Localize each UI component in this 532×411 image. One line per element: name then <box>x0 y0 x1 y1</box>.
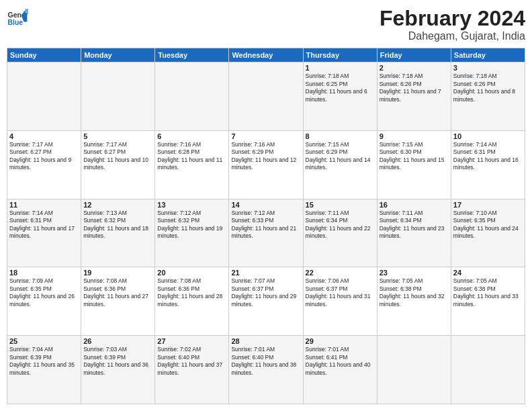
day-info: Sunrise: 7:14 AMSunset: 6:31 PMDaylight:… <box>9 210 79 240</box>
day-number: 8 <box>306 132 375 140</box>
table-row: 18Sunrise: 7:09 AMSunset: 6:35 PMDayligh… <box>7 267 81 336</box>
col-sunday: Sunday <box>7 48 81 62</box>
col-friday: Friday <box>377 48 451 62</box>
calendar-week-row: 11Sunrise: 7:14 AMSunset: 6:31 PMDayligh… <box>7 199 525 267</box>
day-info: Sunrise: 7:11 AMSunset: 6:34 PMDaylight:… <box>306 210 375 240</box>
table-row: 10Sunrise: 7:14 AMSunset: 6:31 PMDayligh… <box>451 130 525 199</box>
table-row: 16Sunrise: 7:11 AMSunset: 6:34 PMDayligh… <box>377 199 451 267</box>
day-info: Sunrise: 7:18 AMSunset: 6:26 PMDaylight:… <box>380 73 449 103</box>
day-number: 18 <box>9 269 79 277</box>
table-row <box>451 336 525 404</box>
day-info: Sunrise: 7:16 AMSunset: 6:29 PMDaylight:… <box>231 141 300 172</box>
day-number: 16 <box>380 201 449 209</box>
day-number: 7 <box>231 132 300 140</box>
day-info: Sunrise: 7:18 AMSunset: 6:25 PMDaylight:… <box>306 73 375 103</box>
day-number: 5 <box>83 132 152 140</box>
day-info: Sunrise: 7:08 AMSunset: 6:36 PMDaylight:… <box>83 277 152 308</box>
calendar-week-row: 1Sunrise: 7:18 AMSunset: 6:25 PMDaylight… <box>7 62 525 131</box>
day-info: Sunrise: 7:01 AMSunset: 6:40 PMDaylight:… <box>231 346 300 377</box>
day-number: 26 <box>83 337 152 345</box>
day-number: 14 <box>231 201 300 209</box>
table-row <box>229 62 303 131</box>
table-row: 29Sunrise: 7:01 AMSunset: 6:41 PMDayligh… <box>303 336 377 404</box>
day-number: 21 <box>231 269 300 277</box>
day-info: Sunrise: 7:07 AMSunset: 6:37 PMDaylight:… <box>231 277 300 308</box>
table-row: 19Sunrise: 7:08 AMSunset: 6:36 PMDayligh… <box>81 267 155 336</box>
day-number: 20 <box>157 269 226 277</box>
day-number: 25 <box>9 337 79 345</box>
day-info: Sunrise: 7:08 AMSunset: 6:36 PMDaylight:… <box>157 277 226 308</box>
table-row: 13Sunrise: 7:12 AMSunset: 6:32 PMDayligh… <box>155 199 229 267</box>
table-row: 22Sunrise: 7:06 AMSunset: 6:37 PMDayligh… <box>303 267 377 336</box>
day-info: Sunrise: 7:15 AMSunset: 6:29 PMDaylight:… <box>306 141 375 172</box>
table-row: 15Sunrise: 7:11 AMSunset: 6:34 PMDayligh… <box>303 199 377 267</box>
day-number: 17 <box>453 201 523 209</box>
table-row: 7Sunrise: 7:16 AMSunset: 6:29 PMDaylight… <box>229 130 303 199</box>
day-number: 28 <box>231 337 300 345</box>
table-row: 12Sunrise: 7:13 AMSunset: 6:32 PMDayligh… <box>81 199 155 267</box>
day-number: 9 <box>380 132 449 140</box>
table-row <box>377 336 451 404</box>
page-container: General Blue February 2024 Dahegam, Guja… <box>0 0 532 411</box>
col-wednesday: Wednesday <box>229 48 303 62</box>
svg-marker-3 <box>25 9 28 13</box>
day-info: Sunrise: 7:11 AMSunset: 6:34 PMDaylight:… <box>380 210 449 240</box>
day-info: Sunrise: 7:10 AMSunset: 6:35 PMDaylight:… <box>453 210 523 240</box>
day-info: Sunrise: 7:09 AMSunset: 6:35 PMDaylight:… <box>9 277 79 308</box>
col-saturday: Saturday <box>451 48 525 62</box>
table-row <box>7 62 81 131</box>
svg-text:Blue: Blue <box>8 19 24 26</box>
day-info: Sunrise: 7:13 AMSunset: 6:32 PMDaylight:… <box>83 210 152 240</box>
day-number: 22 <box>306 269 375 277</box>
calendar-table: Sunday Monday Tuesday Wednesday Thursday… <box>7 48 525 404</box>
day-info: Sunrise: 7:05 AMSunset: 6:38 PMDaylight:… <box>380 277 449 308</box>
day-info: Sunrise: 7:04 AMSunset: 6:39 PMDaylight:… <box>9 346 79 377</box>
day-info: Sunrise: 7:01 AMSunset: 6:41 PMDaylight:… <box>306 346 375 377</box>
day-number: 23 <box>380 269 449 277</box>
title-block: February 2024 Dahegam, Gujarat, India <box>380 7 525 42</box>
table-row <box>81 62 155 131</box>
day-number: 29 <box>306 337 375 345</box>
day-number: 11 <box>9 201 79 209</box>
day-info: Sunrise: 7:05 AMSunset: 6:38 PMDaylight:… <box>453 277 523 308</box>
logo: General Blue <box>7 7 28 28</box>
location-subtitle: Dahegam, Gujarat, India <box>380 30 525 42</box>
table-row: 26Sunrise: 7:03 AMSunset: 6:39 PMDayligh… <box>81 336 155 404</box>
table-row: 6Sunrise: 7:16 AMSunset: 6:28 PMDaylight… <box>155 130 229 199</box>
day-info: Sunrise: 7:02 AMSunset: 6:40 PMDaylight:… <box>157 346 226 377</box>
table-row: 14Sunrise: 7:12 AMSunset: 6:33 PMDayligh… <box>229 199 303 267</box>
day-info: Sunrise: 7:12 AMSunset: 6:33 PMDaylight:… <box>231 210 300 240</box>
day-info: Sunrise: 7:14 AMSunset: 6:31 PMDaylight:… <box>453 141 523 172</box>
day-info: Sunrise: 7:12 AMSunset: 6:32 PMDaylight:… <box>157 210 226 240</box>
table-row: 24Sunrise: 7:05 AMSunset: 6:38 PMDayligh… <box>451 267 525 336</box>
day-number: 6 <box>157 132 226 140</box>
day-info: Sunrise: 7:06 AMSunset: 6:37 PMDaylight:… <box>306 277 375 308</box>
table-row: 8Sunrise: 7:15 AMSunset: 6:29 PMDaylight… <box>303 130 377 199</box>
calendar-week-row: 18Sunrise: 7:09 AMSunset: 6:35 PMDayligh… <box>7 267 525 336</box>
table-row: 27Sunrise: 7:02 AMSunset: 6:40 PMDayligh… <box>155 336 229 404</box>
table-row: 2Sunrise: 7:18 AMSunset: 6:26 PMDaylight… <box>377 62 451 131</box>
day-number: 19 <box>83 269 152 277</box>
day-number: 1 <box>306 64 375 72</box>
day-number: 15 <box>306 201 375 209</box>
table-row: 9Sunrise: 7:15 AMSunset: 6:30 PMDaylight… <box>377 130 451 199</box>
day-number: 24 <box>453 269 523 277</box>
day-number: 4 <box>9 132 79 140</box>
table-row: 23Sunrise: 7:05 AMSunset: 6:38 PMDayligh… <box>377 267 451 336</box>
table-row: 11Sunrise: 7:14 AMSunset: 6:31 PMDayligh… <box>7 199 81 267</box>
header: General Blue February 2024 Dahegam, Guja… <box>7 7 525 42</box>
day-number: 3 <box>453 64 523 72</box>
month-title: February 2024 <box>380 7 525 30</box>
col-thursday: Thursday <box>303 48 377 62</box>
table-row: 5Sunrise: 7:17 AMSunset: 6:27 PMDaylight… <box>81 130 155 199</box>
table-row: 21Sunrise: 7:07 AMSunset: 6:37 PMDayligh… <box>229 267 303 336</box>
day-info: Sunrise: 7:17 AMSunset: 6:27 PMDaylight:… <box>83 141 152 172</box>
day-info: Sunrise: 7:15 AMSunset: 6:30 PMDaylight:… <box>380 141 449 172</box>
col-tuesday: Tuesday <box>155 48 229 62</box>
day-info: Sunrise: 7:17 AMSunset: 6:27 PMDaylight:… <box>9 141 79 172</box>
logo-icon: General Blue <box>7 7 28 28</box>
day-info: Sunrise: 7:18 AMSunset: 6:26 PMDaylight:… <box>453 73 523 103</box>
table-row: 3Sunrise: 7:18 AMSunset: 6:26 PMDaylight… <box>451 62 525 131</box>
col-monday: Monday <box>81 48 155 62</box>
day-number: 10 <box>453 132 523 140</box>
